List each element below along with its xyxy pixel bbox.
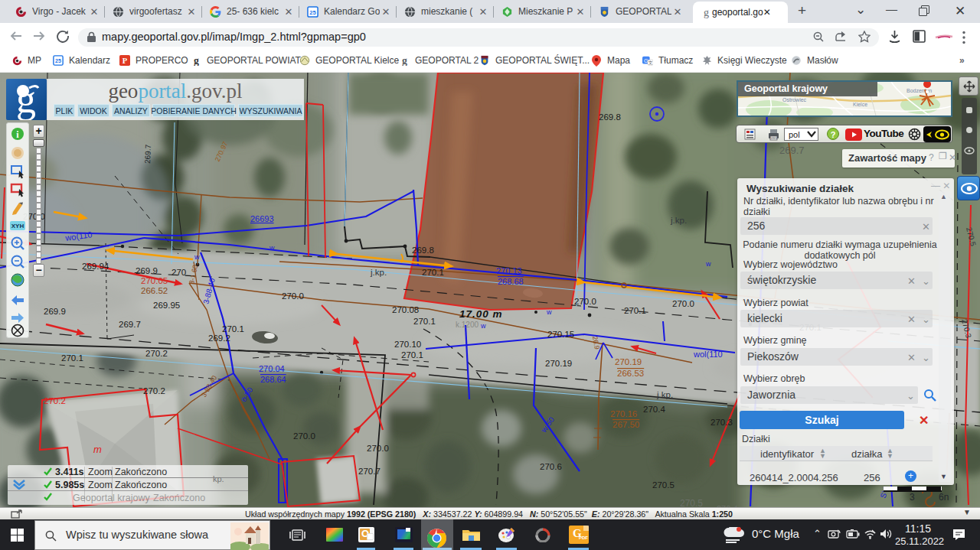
svg-text:270.0: 270.0 [672,299,694,308]
svg-text:P: P [122,57,128,65]
svg-text:270.04: 270.04 [259,364,285,373]
svg-text:270.05: 270.05 [141,276,168,285]
svg-text:266.52: 266.52 [141,286,168,295]
svg-text:j.kp.: j.kp. [656,390,673,399]
svg-text:270.13: 270.13 [496,266,522,275]
svg-text:6n: 6n [939,492,949,503]
svg-text:269.9: 269.9 [136,266,158,275]
svg-text:3: 3 [910,492,915,503]
svg-text:XYH: XYH [11,223,24,229]
svg-text:270.0: 270.0 [367,444,389,453]
svg-text:270.19: 270.19 [615,357,642,366]
svg-text:269.95: 269.95 [153,301,180,310]
svg-text:269.7: 269.7 [143,144,152,164]
svg-text:Kielce: Kielce [853,102,867,107]
svg-text:269.2: 269.2 [208,334,230,343]
svg-text:270.0: 270.0 [293,431,315,441]
svg-text:g: g [16,79,36,120]
svg-text:270.19: 270.19 [545,359,572,368]
svg-text:w: w [194,253,200,261]
svg-text:m: m [93,444,102,455]
svg-text:26693: 26693 [250,214,274,223]
svg-text:w: w [269,244,275,252]
svg-text:w: w [480,322,486,330]
svg-text:269.8: 269.8 [599,112,621,122]
svg-text:g: g [402,56,407,66]
svg-text:25: 25 [55,58,61,63]
svg-text:270.1: 270.1 [61,353,83,363]
svg-text:266.53: 266.53 [617,369,644,378]
svg-text:270: 270 [172,268,186,277]
svg-text:270.1: 270.1 [624,306,646,315]
svg-text:268.68: 268.68 [498,277,524,286]
svg-text:j.kp.: j.kp. [670,216,687,225]
svg-text:270.7: 270.7 [358,467,381,476]
svg-text:270.1: 270.1 [422,268,444,277]
svg-text:269.94: 269.94 [82,262,109,271]
svg-text:270.2: 270.2 [44,396,66,405]
svg-text:270.4: 270.4 [643,405,665,414]
svg-text:270.10: 270.10 [394,340,421,349]
svg-text:w: w [546,308,552,316]
svg-text:wol(110: wol(110 [693,350,723,359]
svg-text:g: g [194,56,199,66]
svg-text:269.9: 269.9 [44,307,66,316]
svg-text:w: w [705,260,711,268]
svg-text:270.2: 270.2 [145,349,168,358]
svg-text:270.1: 270.1 [222,324,244,334]
svg-text:k.1200: k.1200 [456,321,479,329]
svg-text:270.16: 270.16 [610,409,637,418]
svg-text:25: 25 [309,8,315,15]
svg-text:268.64: 268.64 [260,375,286,384]
svg-text:267.50: 267.50 [612,420,639,429]
svg-text:270.1: 270.1 [401,350,423,360]
svg-text:17.00 m: 17.00 m [459,308,503,320]
svg-text:270.08: 270.08 [392,305,419,314]
svg-text:270.1: 270.1 [413,317,436,326]
svg-text:文: 文 [648,60,653,65]
svg-text:G: G [644,58,648,63]
svg-text:269.7: 269.7 [119,320,141,329]
svg-text:270.2: 270.2 [143,386,165,395]
svg-text:Ostrowiec: Ostrowiec [782,97,807,103]
svg-text:270.15: 270.15 [547,330,574,339]
svg-text:270.5: 270.5 [652,480,675,490]
svg-text:j.kp.: j.kp. [370,268,387,277]
svg-text:270.0: 270.0 [574,297,596,306]
svg-text:269.7: 269.7 [779,145,805,156]
svg-text:269.8: 269.8 [412,246,434,255]
svg-text:270.0: 270.0 [282,291,304,301]
svg-text:270.6: 270.6 [540,462,562,471]
svg-text:270.3: 270.3 [710,418,733,427]
svg-text:g: g [704,7,709,18]
svg-text:WMS: WMS [770,137,777,140]
